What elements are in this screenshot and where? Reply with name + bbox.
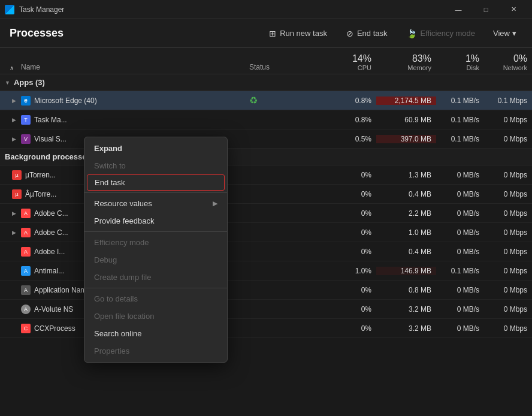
menu-provide-feedback[interactable]: Provide feedback [84,212,227,230]
menu-separator [84,192,227,193]
table-row[interactable]: ▶ C CCXProcess 0% 3.2 MB 0 MB/s 0 Mbps [0,319,532,338]
network-value: 0 Mbps [484,209,532,218]
cpu-column-header[interactable]: 14% CPU [328,53,376,71]
disk-column-header[interactable]: 1% Disk [436,53,484,71]
menu-switch-to[interactable]: Switch to [84,157,227,174]
table-row[interactable]: ▶ T Task Ma... 0.8% 60.9 MB 0.1 MB/s 0 M… [0,110,532,129]
ccx-icon: C [21,324,31,333]
adobe1-icon: A [21,209,31,218]
memory-value: 3.2 MB [376,305,436,313]
network-value: 0 Mbps [484,324,532,333]
name-column-header[interactable]: Name [21,63,40,71]
memory-column-header[interactable]: 83% Memory [376,53,436,71]
disk-value: 0.1 MB/s [436,116,484,124]
status-recycle-icon: ♻ [249,95,258,106]
menu-resource-values[interactable]: Resource values ▶ [84,195,227,212]
process-name-edge: ▶ e Microsoft Edge (40) [0,96,244,105]
disk-value: 0.1 MB/s [436,267,484,275]
table-row[interactable]: ▶ V Visual S... 0.5% 397.0 MB 0.1 MB/s 0… [0,129,532,149]
table-row[interactable]: ▶ A Adobe I... 0% 0.4 MB 0 MB/s 0 Mbps [0,242,532,261]
apphost-icon: A [21,285,31,295]
context-menu: Expand Switch to End task Resource value… [84,137,228,363]
menu-create-dump[interactable]: Create dump file [84,269,227,286]
disk-value: 0 MB/s [436,228,484,237]
menu-open-file-location[interactable]: Open file location [84,308,227,325]
window-controls: — □ ✕ [445,0,527,19]
network-value: 0 Mbps [484,267,532,275]
network-value: 0 Mbps [484,135,532,143]
view-label: View [493,29,510,38]
table-row[interactable]: ▶ A Antimal... 1.0% 146.9 MB 0.1 MB/s 0 … [0,261,532,281]
disk-value: 0 MB/s [436,305,484,313]
network-value: 0 Mbps [484,171,532,179]
run-task-button[interactable]: ⊞ Run new task [262,25,334,42]
menu-end-task[interactable]: End task [87,174,225,191]
cpu-value: 0.8% [328,116,376,124]
menu-search-online[interactable]: Search online [84,325,227,342]
window-title: Task Manager [19,5,445,14]
disk-value: 0 MB/s [436,324,484,333]
menu-debug[interactable]: Debug [84,251,227,269]
disk-value: 0 MB/s [436,171,484,179]
view-button[interactable]: View ▾ [487,25,522,41]
apps-section-title: ▼ Apps (3) [0,78,244,87]
disk-value: 0.1 MB/s [436,135,484,143]
run-task-label: Run new task [280,29,327,38]
end-task-button[interactable]: ⊘ End task [339,25,395,42]
memory-value: 146.9 MB [376,267,436,275]
network-value: 0 Mbps [484,286,532,294]
utorrent2-icon: µ [12,189,22,199]
expand-arrow-icon: ▶ [12,98,16,104]
memory-value: 2,174.5 MB [376,97,436,105]
adobe3-icon: A [21,247,31,257]
memory-value: 1.0 MB [376,228,436,237]
table-row[interactable]: ▶ A Application Name Host 0% 0.8 MB 0 MB… [0,281,532,300]
minimize-button[interactable]: — [445,0,472,19]
apps-section-header: ▼ Apps (3) [0,74,532,91]
cpu-value: 0% [328,305,376,313]
maximize-button[interactable]: □ [472,0,500,19]
network-column-header[interactable]: 0% Network [484,53,532,71]
table-row[interactable]: µ ÂµTorre... 0% 0.4 MB 0 MB/s 0 Mbps [0,185,532,204]
cpu-value: 0% [328,286,376,294]
memory-value: 0.8 MB [376,286,436,294]
network-value: 0 Mbps [484,228,532,237]
section-collapse-icon: ▼ [5,80,10,86]
edge-icon: e [21,96,31,105]
status-column-header[interactable]: Status [244,63,328,71]
run-task-icon: ⊞ [269,29,276,38]
disk-value: 0 MB/s [436,286,484,294]
vscode-icon: V [21,134,31,144]
expand-arrow-icon: ▶ [12,230,16,236]
table-row[interactable]: ▶ e Microsoft Edge (40) ♻ 0.8% 2,174.5 M… [0,91,532,110]
table-row[interactable]: µ µTorren... 0% 1.3 MB 0 MB/s 0 Mbps [0,165,532,185]
cpu-value: 0% [328,209,376,218]
efficiency-label: Efficiency mode [421,29,476,38]
table-row[interactable]: ▶ A A-Volute NS 0% 3.2 MB 0 MB/s 0 Mbps [0,300,532,319]
column-headers: ∧ Name Status 14% CPU 83% Memory 1% Disk… [0,48,532,74]
antimalware-icon: A [21,266,31,276]
process-table: ▼ Apps (3) ▶ e Microsoft Edge (40) ♻ 0.8… [0,74,532,416]
disk-value: 0.1 MB/s [436,97,484,105]
memory-value: 397.0 MB [376,135,436,143]
end-task-icon: ⊘ [346,29,353,38]
table-row[interactable]: ▶ A Adobe C... 0% 1.0 MB 0 MB/s 0 Mbps [0,223,532,242]
disk-value: 0 MB/s [436,248,484,256]
menu-efficiency-mode[interactable]: Efficiency mode [84,234,227,251]
network-value: 0 Mbps [484,116,532,124]
process-name-taskman: ▶ T Task Ma... [0,115,244,125]
close-button[interactable]: ✕ [500,0,527,19]
adobe2-icon: A [21,228,31,237]
network-value: 0.1 Mbps [484,97,532,105]
menu-expand[interactable]: Expand [84,140,227,157]
titlebar: Task Manager — □ ✕ [0,0,532,19]
collapse-arrow-icon[interactable]: ∧ [5,65,19,71]
memory-value: 0.4 MB [376,248,436,256]
network-value: 0 Mbps [484,190,532,198]
disk-value: 0 MB/s [436,190,484,198]
efficiency-mode-button[interactable]: 🍃 Efficiency mode [400,25,483,42]
menu-properties[interactable]: Properties [84,342,227,360]
memory-value: 1.3 MB [376,171,436,179]
table-row[interactable]: ▶ A Adobe C... 0% 2.2 MB 0 MB/s 0 Mbps [0,204,532,223]
menu-go-to-details[interactable]: Go to details [84,290,227,308]
